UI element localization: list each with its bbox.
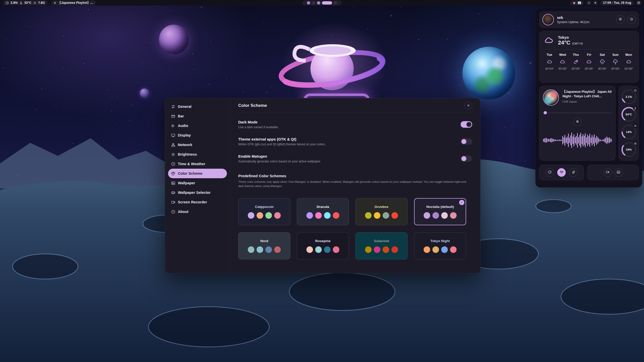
speedometer-icon [548, 170, 552, 175]
balanced-profile-button[interactable] [557, 168, 566, 177]
weather-icon [612, 59, 619, 65]
color-swatch [265, 246, 272, 253]
workspace-dot-5[interactable] [334, 1, 337, 5]
color-swatch [315, 212, 322, 219]
color-swatch [306, 246, 313, 253]
app-launcher-button[interactable] [636, 1, 641, 5]
color-swatch [265, 212, 272, 219]
tune-icon [171, 105, 175, 109]
play-pause-button[interactable] [573, 118, 582, 126]
settings-button[interactable] [616, 15, 625, 24]
scheme-card-rosepine[interactable]: Rosepine [297, 232, 349, 259]
screen-record-button[interactable] [603, 168, 612, 177]
sidebar-item-general[interactable]: General [168, 102, 227, 111]
sidebar-item-network[interactable]: Network [168, 140, 227, 150]
sidebar-item-label: Brightness [178, 152, 197, 156]
workspace-dot-1[interactable] [307, 1, 310, 5]
sidebar-item-display[interactable]: Display [168, 130, 227, 140]
sidebar-item-about[interactable]: About [168, 207, 227, 216]
toggle-knob [461, 156, 466, 161]
setting-row-dark-mode: Dark Mode Use a dark variant if availabl… [238, 119, 472, 130]
saturn-cup-illustration [270, 26, 394, 107]
volume-button[interactable] [593, 1, 598, 5]
scheme-swatches [248, 246, 281, 253]
color-swatch [365, 246, 372, 253]
weather-timezone: (GMT+9) [572, 42, 583, 45]
scheme-name: Gruvbox [375, 205, 389, 209]
memory-chip-icon [633, 123, 638, 128]
wallpaper-tray-icon[interactable] [578, 1, 581, 5]
matugen-toggle[interactable] [461, 155, 472, 162]
scheme-card-catppuccin[interactable]: Catppuccin [238, 198, 290, 225]
forecast-day: Wed 35°/25° [557, 53, 569, 70]
workspace-dot-3[interactable] [317, 1, 320, 5]
palette-icon [171, 171, 175, 176]
theme-external-toggle[interactable] [461, 138, 472, 145]
system-stats-pill[interactable]: 3.8% 53°C 7.8G [3, 1, 48, 5]
scheme-swatches [365, 246, 398, 253]
forecast-day: Sat 36°/26° [596, 53, 608, 70]
scheme-card-dracula[interactable]: Dracula [297, 198, 349, 225]
sidebar-item-wallpaper[interactable]: Wallpaper [168, 178, 227, 188]
sidebar-item-time-weather[interactable]: Time & Weather [168, 159, 227, 169]
forecast-day: Thu 33°/26° [570, 53, 582, 70]
notifications-button[interactable] [586, 1, 591, 5]
color-swatch [248, 246, 254, 253]
color-swatch [391, 212, 398, 219]
scales-icon [560, 170, 564, 175]
user-card: seb System Uptime: 4h11m [539, 11, 639, 28]
scheme-name: Solarized [374, 239, 389, 243]
forecast-day: Tue 33°/24° [543, 53, 555, 70]
clock-pill[interactable]: 17:09 - Tue, 19 Aug [600, 1, 634, 5]
color-swatch [333, 212, 339, 219]
sidebar-item-color-scheme[interactable]: Color Scheme [168, 169, 227, 178]
media-progress-bar[interactable] [543, 111, 612, 114]
eco-profile-button[interactable] [569, 168, 578, 177]
weather-temperature: 24°C [558, 39, 570, 46]
memory-usage: 7.8G [38, 1, 45, 5]
video-camera-icon [171, 200, 175, 204]
media-pill[interactable]: 【Japanese Playlist】 J... [51, 1, 96, 5]
sidebar-item-label: Wallpaper [178, 181, 195, 185]
clock-text: 17:09 - Tue, 19 Aug [603, 1, 631, 5]
tray-app-icon[interactable] [573, 1, 576, 5]
sidebar-item-audio[interactable]: Audio [168, 121, 227, 130]
close-button[interactable]: × [465, 102, 472, 109]
color-swatch [450, 212, 457, 219]
color-swatch [450, 246, 457, 253]
setting-row-theme-external: Theme external apps (GTK & Qt) Writes GT… [238, 136, 472, 147]
toggle-knob [461, 139, 466, 144]
scheme-card-solarized[interactable]: Solarized [355, 232, 408, 259]
scheme-card-tokyo-night[interactable]: Tokyo Night [414, 232, 466, 259]
scheme-grid: Catppuccin Dracula Gruvbox [238, 198, 472, 259]
info-icon [171, 210, 175, 214]
sidebar-item-screen-recorder[interactable]: Screen Recorder [168, 197, 227, 207]
scheme-name: Dracula [317, 205, 329, 209]
speaker-icon [594, 1, 597, 4]
color-swatch [257, 246, 263, 253]
thermometer-icon [633, 106, 638, 111]
dark-mode-toggle[interactable] [461, 121, 472, 128]
workspace-dot-2[interactable] [312, 1, 315, 5]
scheme-card-noctalia-default[interactable]: ✓ Noctalia (default) [414, 198, 466, 225]
sidebar-item-brightness[interactable]: Brightness [168, 150, 227, 159]
page-title: Color Scheme [238, 103, 267, 108]
wallpaper-button[interactable] [614, 168, 623, 177]
check-icon: ✓ [460, 201, 463, 204]
performance-profile-button[interactable] [545, 168, 554, 177]
color-swatch [391, 246, 398, 253]
section-title: Predefined Color Schemes [238, 174, 472, 178]
avatar [542, 14, 554, 25]
scheme-swatches [424, 212, 457, 219]
sidebar-item-bar[interactable]: Bar [168, 111, 227, 121]
scheme-card-gruvbox[interactable]: Gruvbox [355, 198, 408, 225]
scheme-card-nord[interactable]: Nord [238, 232, 290, 259]
gallery-icon [171, 191, 175, 195]
power-button[interactable] [627, 15, 636, 24]
color-swatch [424, 246, 430, 253]
workspace-dot-4-active[interactable] [322, 1, 332, 5]
progress-knob[interactable] [544, 111, 547, 114]
sidebar-item-wallpaper-selector[interactable]: Wallpaper Selector [168, 188, 227, 197]
setting-row-matugen: Enable Matugen Automatically generate co… [238, 153, 472, 164]
settings-window: General Bar Audio Display Network Bright… [165, 98, 480, 273]
